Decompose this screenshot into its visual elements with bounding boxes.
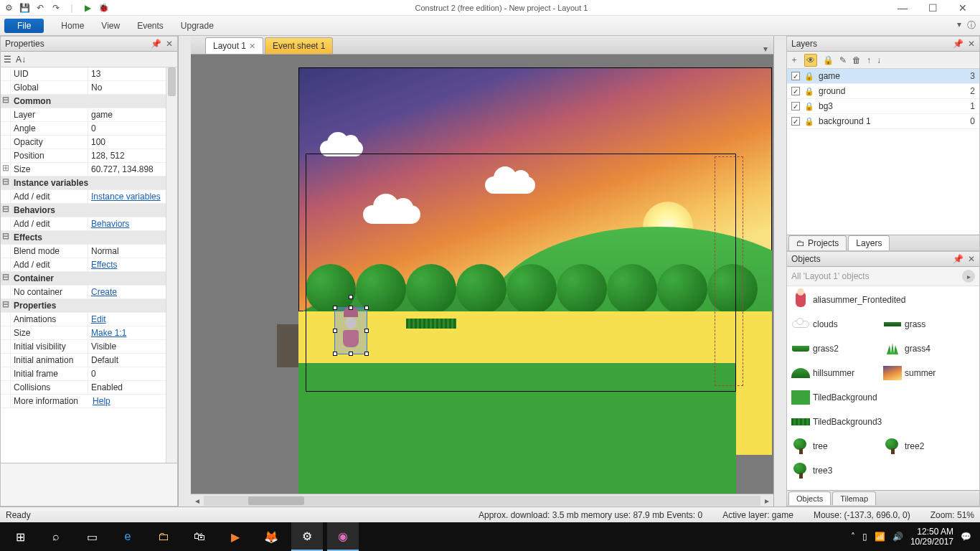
scroll-right-icon[interactable]: ▸ xyxy=(760,496,773,506)
property-row[interactable]: ⊟Instance variables xyxy=(1,176,177,190)
menu-events[interactable]: Events xyxy=(137,21,164,31)
resize-handle[interactable] xyxy=(333,352,337,356)
property-row[interactable]: Add / editBehaviors xyxy=(1,217,177,231)
object-item[interactable]: grass4 xyxy=(882,338,971,359)
battery-icon[interactable]: ▯ xyxy=(862,532,867,542)
sort-icon[interactable]: A↓ xyxy=(16,55,26,65)
wifi-icon[interactable]: 📶 xyxy=(875,532,885,542)
close-button[interactable]: ✕ xyxy=(954,2,971,14)
scroll-left-icon[interactable]: ◂ xyxy=(191,496,204,506)
property-row[interactable]: ⊟Effects xyxy=(1,231,177,245)
left-scrollbar[interactable] xyxy=(178,36,191,507)
property-help[interactable]: More informationHelp xyxy=(1,395,177,408)
property-row[interactable]: AnimationsEdit xyxy=(1,313,177,326)
redo-icon[interactable]: ↷ xyxy=(50,2,62,14)
menu-view[interactable]: View xyxy=(101,21,120,31)
property-row[interactable]: ⊟Container xyxy=(1,272,177,286)
properties-scrollbar[interactable] xyxy=(166,67,177,463)
object-item[interactable]: summer xyxy=(882,362,971,384)
property-row[interactable]: Add / editInstance variables xyxy=(1,190,177,204)
layer-row[interactable]: ✓🔒background 10 xyxy=(787,114,979,129)
store-icon[interactable]: 🛍 xyxy=(184,522,215,551)
object-item[interactable]: tree2 xyxy=(882,435,971,457)
move-up-icon[interactable]: ↑ xyxy=(867,55,871,65)
object-item[interactable]: tree3 xyxy=(790,460,879,481)
filter-go-icon[interactable]: ▸ xyxy=(962,270,975,283)
delete-icon[interactable]: 🗑 xyxy=(852,55,861,65)
layer-visible-checkbox[interactable]: ✓ xyxy=(791,72,800,80)
media-icon[interactable]: ▶ xyxy=(220,522,251,551)
resize-handle[interactable] xyxy=(364,306,369,310)
object-item[interactable]: clouds xyxy=(790,314,879,335)
construct-icon[interactable]: ⚙ xyxy=(291,522,323,551)
object-item[interactable]: grass2 xyxy=(790,338,879,359)
object-item[interactable]: grass xyxy=(882,314,971,335)
property-row[interactable]: Blend modeNormal xyxy=(1,245,177,258)
app-icon[interactable]: ◉ xyxy=(327,522,359,551)
layer-lock-icon[interactable]: 🔒 xyxy=(804,72,814,81)
layer-row[interactable]: ✓🔒bg31 xyxy=(787,99,979,114)
objects-header[interactable]: Objects 📌✕ xyxy=(787,252,979,267)
object-item[interactable]: aliasummer_Frontedited xyxy=(790,289,971,311)
resize-handle[interactable] xyxy=(333,306,337,310)
property-row[interactable]: Add / editEffects xyxy=(1,258,177,272)
search-icon[interactable]: ⌕ xyxy=(40,522,72,551)
tab-close-icon[interactable]: ✕ xyxy=(249,42,255,51)
layer-lock-icon[interactable]: 🔒 xyxy=(804,87,814,96)
tab-objects[interactable]: Objects xyxy=(788,491,831,505)
property-row[interactable]: ⊟Common xyxy=(1,95,177,108)
menu-home[interactable]: Home xyxy=(61,21,84,31)
about-icon[interactable]: ⓘ xyxy=(967,19,976,32)
property-row[interactable]: Initial frame0 xyxy=(1,367,177,381)
property-row[interactable]: UID13 xyxy=(1,67,177,81)
edge-icon[interactable]: e xyxy=(112,522,143,551)
maximize-button[interactable]: ☐ xyxy=(924,2,941,14)
tab-projects[interactable]: 🗀Projects xyxy=(788,235,847,250)
resize-handle[interactable] xyxy=(333,329,337,333)
categorize-icon[interactable]: ☰ xyxy=(4,55,11,65)
objects-filter[interactable]: All 'Layout 1' objects ▸ xyxy=(787,267,979,286)
layers-header[interactable]: Layers 📌✕ xyxy=(787,37,979,52)
property-row[interactable]: ⊟Properties xyxy=(1,299,177,313)
layer-visible-checkbox[interactable]: ✓ xyxy=(791,117,800,126)
layer-row[interactable]: ✓🔒game3 xyxy=(787,69,979,84)
property-row[interactable]: Initial animationDefault xyxy=(1,354,177,367)
property-row[interactable]: ⊞Size60.727, 134.898 xyxy=(1,163,177,176)
center-scrollbar[interactable] xyxy=(773,36,786,507)
resize-handle[interactable] xyxy=(364,352,369,356)
notifications-icon[interactable]: 💬 xyxy=(961,532,971,542)
object-item[interactable]: tree xyxy=(790,435,879,457)
rename-icon[interactable]: ✎ xyxy=(839,55,847,65)
move-down-icon[interactable]: ↓ xyxy=(877,55,881,65)
start-button[interactable]: ⊞ xyxy=(4,522,36,551)
collapse-ribbon-icon[interactable]: ▾ xyxy=(957,19,961,32)
rotate-handle[interactable] xyxy=(349,295,353,299)
minimize-button[interactable]: — xyxy=(894,2,911,14)
layer-visible-checkbox[interactable]: ✓ xyxy=(791,102,800,110)
taskbar-clock[interactable]: 12:50 AM 10/29/2017 xyxy=(910,527,953,547)
horizontal-scrollbar[interactable]: ◂ ▸ xyxy=(191,494,773,507)
property-row[interactable]: Opacity100 xyxy=(1,136,177,149)
resize-handle[interactable] xyxy=(364,329,369,333)
add-layer-icon[interactable]: ＋ xyxy=(790,54,798,66)
file-menu[interactable]: File xyxy=(4,19,44,33)
layer-lock-icon[interactable]: 🔒 xyxy=(804,117,814,126)
tab-tilemap[interactable]: Tilemap xyxy=(832,491,876,505)
scroll-thumb[interactable] xyxy=(248,496,304,505)
layer-visible-checkbox[interactable]: ✓ xyxy=(791,87,800,95)
layout-canvas[interactable] xyxy=(191,55,773,494)
property-row[interactable]: Angle0 xyxy=(1,122,177,136)
properties-header[interactable]: Properties 📌✕ xyxy=(1,37,177,52)
task-view-icon[interactable]: ▭ xyxy=(76,522,108,551)
property-row[interactable]: Layergame xyxy=(1,108,177,122)
property-row[interactable]: No containerCreate xyxy=(1,286,177,299)
firefox-icon[interactable]: 🦊 xyxy=(255,522,287,551)
tab-event-sheet[interactable]: Event sheet 1 xyxy=(265,37,333,54)
pin-icon[interactable]: 📌 xyxy=(953,39,963,49)
pin-icon[interactable]: 📌 xyxy=(953,254,963,264)
visibility-icon[interactable]: 👁 xyxy=(804,54,817,67)
undo-icon[interactable]: ↶ xyxy=(34,2,46,14)
tab-layers[interactable]: Layers xyxy=(848,235,890,250)
selection-box[interactable] xyxy=(334,307,367,354)
tray-up-icon[interactable]: ˄ xyxy=(851,532,855,542)
